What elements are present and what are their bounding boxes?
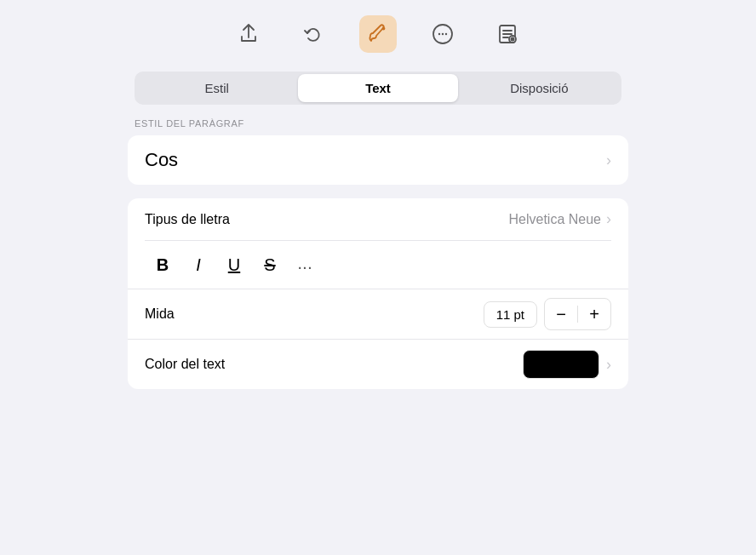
size-decrement-button[interactable]: − bbox=[545, 299, 577, 329]
paragraph-section-label: ESTIL DEL PARÀGRAF bbox=[114, 118, 642, 129]
undo-button[interactable] bbox=[295, 15, 332, 53]
color-label: Color del text bbox=[145, 357, 523, 372]
font-value: Helvetica Neue bbox=[509, 212, 602, 227]
paragraph-style-row[interactable]: Cos › bbox=[128, 135, 628, 185]
notes-button[interactable] bbox=[489, 15, 526, 53]
paragraph-style-value: Cos bbox=[145, 149, 606, 171]
svg-point-3 bbox=[442, 33, 444, 35]
font-label: Tipus de lletra bbox=[145, 212, 509, 227]
size-label: Mida bbox=[145, 306, 484, 322]
font-row[interactable]: Tipus de lletra Helvetica Neue › bbox=[128, 198, 628, 240]
paragraph-style-card: Cos › bbox=[128, 135, 628, 185]
font-chevron-icon: › bbox=[606, 210, 611, 228]
bold-button[interactable]: B bbox=[145, 249, 180, 280]
style-row: B I U S ... bbox=[128, 241, 628, 289]
more-options-button[interactable] bbox=[424, 15, 461, 53]
size-value: 11 pt bbox=[484, 301, 537, 328]
size-row: Mida 11 pt − + bbox=[128, 289, 628, 339]
color-chevron-icon: › bbox=[606, 356, 611, 374]
color-row[interactable]: Color del text › bbox=[128, 339, 628, 389]
svg-point-0 bbox=[383, 28, 385, 30]
svg-point-2 bbox=[438, 33, 440, 35]
color-swatch bbox=[523, 350, 599, 379]
format-button[interactable] bbox=[359, 15, 397, 53]
style-row-wrapper: B I U S ... Toca per veure els estils de… bbox=[128, 241, 628, 289]
underline-button[interactable]: U bbox=[216, 249, 252, 280]
toolbar bbox=[114, 0, 642, 65]
tab-bar: Estil Text Disposició bbox=[135, 72, 621, 105]
strikethrough-button[interactable]: S bbox=[252, 249, 288, 280]
svg-point-10 bbox=[511, 37, 515, 42]
size-stepper: − + bbox=[544, 298, 611, 330]
format-panel: Estil Text Disposició ESTIL DEL PARÀGRAF… bbox=[114, 0, 642, 555]
more-styles-button[interactable]: ... bbox=[288, 249, 324, 280]
font-style-card: Tipus de lletra Helvetica Neue › B I U S… bbox=[128, 198, 628, 389]
tab-text[interactable]: Text bbox=[298, 74, 457, 102]
tab-estil[interactable]: Estil bbox=[137, 74, 296, 102]
size-increment-button[interactable]: + bbox=[578, 299, 610, 329]
svg-point-4 bbox=[445, 33, 447, 35]
paragraph-chevron-icon: › bbox=[606, 152, 611, 169]
tab-disposicio[interactable]: Disposició bbox=[460, 74, 619, 102]
italic-button[interactable]: I bbox=[180, 249, 216, 280]
share-button[interactable] bbox=[230, 15, 267, 53]
